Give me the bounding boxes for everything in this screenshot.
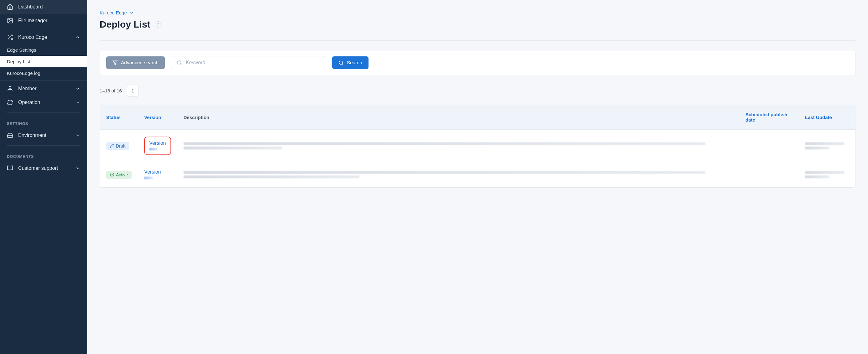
divider: [7, 112, 80, 113]
col-last-update[interactable]: Last Update: [799, 105, 855, 130]
book-icon: [7, 165, 13, 171]
redacted: [805, 147, 829, 150]
redacted: [805, 175, 829, 178]
divider: [100, 40, 856, 41]
chevron-down-icon: [75, 100, 80, 105]
scheduled-cell: [739, 162, 799, 187]
svg-point-1: [9, 20, 9, 20]
col-version[interactable]: Version: [138, 105, 177, 130]
version-link[interactable]: Version: [149, 140, 166, 146]
sidebar-item-environment[interactable]: Environment: [0, 128, 87, 142]
button-label: Search: [347, 60, 362, 65]
drive-icon: [7, 132, 13, 138]
pencil-icon: [110, 144, 114, 148]
advanced-search-button[interactable]: Advanced search: [106, 56, 165, 69]
breadcrumb-label: Kuroco Edge: [100, 10, 127, 15]
sidebar: Dashboard File manager Kuroco Edge Edge …: [0, 0, 87, 354]
svg-marker-7: [113, 61, 117, 65]
version-link[interactable]: Version: [144, 169, 171, 175]
svg-point-10: [339, 61, 342, 64]
badge-label: Draft: [116, 143, 125, 149]
sidebar-subitem-deploy-list[interactable]: Deploy List: [0, 56, 87, 67]
search-icon: [177, 60, 182, 65]
deploy-table: Status Version Description Scheduled pub…: [100, 105, 856, 188]
version-cell-highlight: Version: [144, 137, 171, 155]
sidebar-item-label: Customer support: [18, 165, 58, 171]
sidebar-item-customer-support[interactable]: Customer support: [0, 161, 87, 175]
sidebar-item-label: Environment: [18, 132, 46, 138]
help-icon[interactable]: ?: [155, 21, 161, 28]
redacted: [184, 171, 706, 174]
pagination: 1–16 of 16 1: [100, 85, 856, 96]
sidebar-item-label: Member: [18, 86, 37, 92]
chevron-up-icon: [75, 35, 80, 40]
table-row: Active Version: [100, 162, 855, 187]
last-update-cell: [799, 130, 855, 162]
pagination-range: 1–16 of 16: [100, 88, 122, 93]
chevron-down-icon: [129, 11, 134, 15]
sidebar-item-operation[interactable]: Operation: [0, 96, 87, 109]
chevron-down-icon: [75, 133, 80, 138]
redacted: [184, 142, 706, 145]
sidebar-subitem-kuroco-log[interactable]: KurocoEdge log: [0, 67, 87, 79]
sidebar-item-label: Kuroco Edge: [18, 34, 47, 40]
user-icon: [7, 86, 13, 92]
shuffle-icon: [7, 34, 13, 40]
filter-icon: [113, 60, 118, 65]
table-row: Draft Version: [100, 130, 855, 162]
svg-line-4: [8, 35, 9, 36]
search-button[interactable]: Search: [332, 56, 369, 69]
home-icon: [7, 4, 13, 10]
redacted: [805, 171, 844, 174]
description-cell: [177, 162, 740, 187]
svg-point-5: [9, 87, 11, 89]
last-update-cell: [799, 162, 855, 187]
keyword-input[interactable]: [172, 56, 325, 69]
status-badge: Draft: [106, 142, 129, 150]
sidebar-item-label: Dashboard: [18, 4, 42, 10]
button-label: Advanced search: [121, 60, 159, 65]
chevron-down-icon: [75, 86, 80, 91]
sidebar-item-label: Operation: [18, 100, 40, 105]
badge-label: Active: [116, 172, 128, 177]
page-title: Deploy List: [100, 19, 150, 30]
page-number[interactable]: 1: [127, 85, 139, 96]
check-circle-icon: [110, 172, 114, 177]
description-cell: [177, 130, 740, 162]
chevron-down-icon: [75, 166, 80, 171]
sidebar-item-member[interactable]: Member: [0, 82, 87, 96]
sidebar-item-dashboard[interactable]: Dashboard: [0, 0, 87, 14]
col-scheduled[interactable]: Scheduled publish date: [739, 105, 799, 130]
redacted: [149, 148, 158, 150]
search-icon: [338, 60, 344, 65]
svg-line-9: [181, 64, 181, 65]
col-description: Description: [177, 105, 740, 130]
breadcrumb[interactable]: Kuroco Edge: [100, 10, 856, 15]
redacted: [805, 142, 844, 145]
sidebar-item-label: File manager: [18, 18, 47, 24]
redacted: [184, 175, 360, 178]
redacted: [184, 147, 283, 150]
sidebar-item-file-manager[interactable]: File manager: [0, 14, 87, 28]
divider: [0, 80, 87, 81]
col-status[interactable]: Status: [100, 105, 138, 130]
sidebar-heading-documents: DOCUMENTS: [0, 149, 87, 161]
image-icon: [7, 18, 13, 24]
page-title-row: Deploy List ?: [100, 19, 856, 30]
scheduled-cell: [739, 130, 799, 162]
search-panel: Advanced search Search: [100, 50, 856, 75]
svg-point-8: [177, 61, 181, 64]
sidebar-item-kuroco-edge[interactable]: Kuroco Edge: [0, 30, 87, 44]
redacted: [144, 177, 153, 179]
refresh-icon: [7, 99, 13, 105]
sidebar-subitem-edge-settings[interactable]: Edge Settings: [0, 44, 87, 56]
search-input-wrap: [172, 56, 325, 69]
status-badge: Active: [106, 171, 132, 179]
main-content: Kuroco Edge Deploy List ? Advanced searc…: [87, 0, 868, 354]
sidebar-heading-settings: SETTINGS: [0, 116, 87, 128]
svg-line-11: [342, 64, 343, 65]
